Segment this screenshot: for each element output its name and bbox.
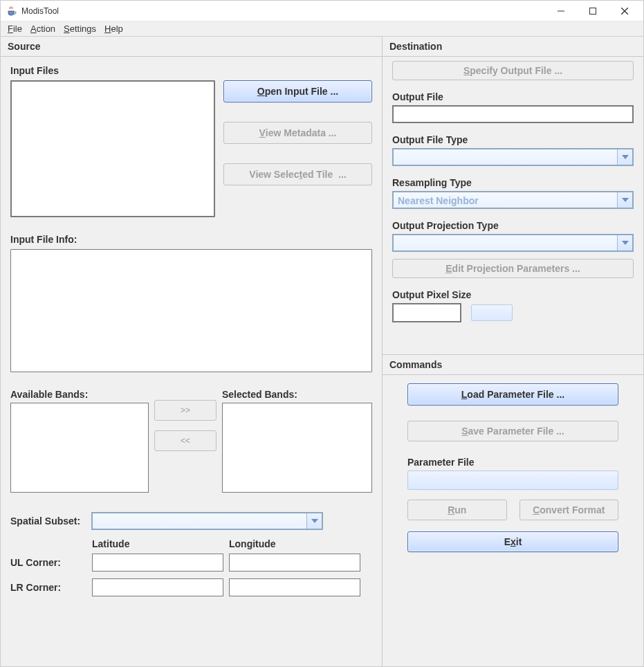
convert-format-button: Convert Format	[519, 500, 619, 520]
menubar: File Action Settings Help	[1, 21, 643, 37]
output-file-label: Output File	[392, 91, 634, 102]
output-file-type-value	[394, 149, 617, 165]
svg-rect-1	[590, 8, 596, 14]
output-projection-type-value	[394, 235, 617, 250]
view-selected-tile-button: View Selected Tile ...	[223, 163, 372, 185]
close-button[interactable]	[609, 1, 641, 21]
selected-bands-label: Selected Bands:	[222, 389, 372, 400]
remove-band-button: <<	[154, 430, 217, 451]
resampling-type-select[interactable]: Nearest Neighbor	[392, 191, 634, 209]
lr-longitude-input[interactable]	[229, 578, 360, 596]
input-file-info-label: Input File Info:	[10, 234, 372, 245]
source-header: Source	[1, 37, 382, 57]
resampling-type-label: Resampling Type	[392, 177, 634, 188]
menu-action[interactable]: Action	[30, 24, 55, 34]
app-window: ModisTool File Action Settings Help Sour…	[0, 0, 644, 667]
output-file-type-label: Output File Type	[392, 134, 634, 145]
output-file-type-select[interactable]	[392, 148, 634, 166]
specify-output-file-button: Specify Output File ...	[392, 61, 634, 80]
save-parameter-file-button: Save Parameter File ...	[407, 421, 618, 441]
pixel-size-unit-box	[471, 304, 513, 321]
available-bands-list[interactable]	[10, 403, 149, 493]
open-input-file-button[interactable]: Open Input File ...	[223, 80, 372, 102]
destination-header: Destination	[383, 37, 643, 57]
menu-help[interactable]: Help	[104, 24, 123, 34]
output-projection-type-label: Output Projection Type	[392, 220, 634, 231]
source-column: Source Input Files Open Input File ... V…	[1, 37, 383, 666]
exit-button[interactable]: Exit	[407, 531, 618, 552]
view-metadata-button: View Metadata ...	[223, 122, 372, 144]
add-band-button: >>	[154, 400, 217, 421]
window-title: ModisTool	[21, 6, 545, 16]
input-files-label: Input Files	[10, 65, 372, 76]
chevron-down-icon	[617, 149, 632, 165]
java-cup-icon	[6, 6, 17, 17]
output-pixel-size-label: Output Pixel Size	[392, 289, 634, 300]
parameter-file-display	[407, 470, 618, 490]
output-projection-type-select[interactable]	[392, 234, 634, 252]
edit-projection-parameters-button: Edit Projection Parameters ...	[392, 259, 634, 278]
output-pixel-size-input[interactable]	[392, 303, 461, 322]
load-parameter-file-button[interactable]: Load Parameter File ...	[407, 383, 618, 405]
ul-latitude-input[interactable]	[92, 554, 223, 572]
commands-panel: Load Parameter File ... Save Parameter F…	[383, 375, 643, 559]
selected-bands-list[interactable]	[222, 403, 372, 493]
menu-file[interactable]: File	[8, 24, 22, 34]
resampling-type-value: Nearest Neighbor	[394, 192, 617, 208]
spatial-subset-select[interactable]	[91, 512, 323, 530]
output-file-input[interactable]	[392, 105, 634, 123]
titlebar: ModisTool	[1, 1, 643, 21]
right-column: Destination Specify Output File ... Outp…	[383, 37, 643, 666]
menu-settings[interactable]: Settings	[64, 24, 96, 34]
chevron-down-icon	[306, 513, 322, 529]
input-files-list[interactable]	[10, 80, 215, 217]
latitude-label: Latitude	[92, 538, 223, 549]
input-file-info-box[interactable]	[10, 249, 372, 372]
source-panel: Input Files Open Input File ... View Met…	[1, 57, 382, 610]
spatial-subset-value	[93, 513, 306, 529]
longitude-label: Longitude	[229, 538, 360, 549]
content: Source Input Files Open Input File ... V…	[1, 37, 643, 666]
available-bands-label: Available Bands:	[10, 389, 149, 400]
destination-panel: Specify Output File ... Output File Outp…	[383, 57, 643, 354]
run-button: Run	[407, 500, 507, 520]
window-controls	[545, 1, 641, 21]
lr-latitude-input[interactable]	[92, 578, 223, 596]
ul-corner-label: UL Corner:	[10, 557, 86, 568]
chevron-down-icon	[617, 192, 632, 208]
ul-longitude-input[interactable]	[229, 554, 360, 572]
parameter-file-label: Parameter File	[407, 457, 618, 468]
chevron-down-icon	[617, 235, 632, 250]
lr-corner-label: LR Corner:	[10, 582, 86, 593]
minimize-button[interactable]	[545, 1, 577, 21]
commands-header: Commands	[383, 354, 643, 375]
maximize-button[interactable]	[577, 1, 609, 21]
spatial-subset-label: Spatial Subset:	[10, 515, 80, 527]
